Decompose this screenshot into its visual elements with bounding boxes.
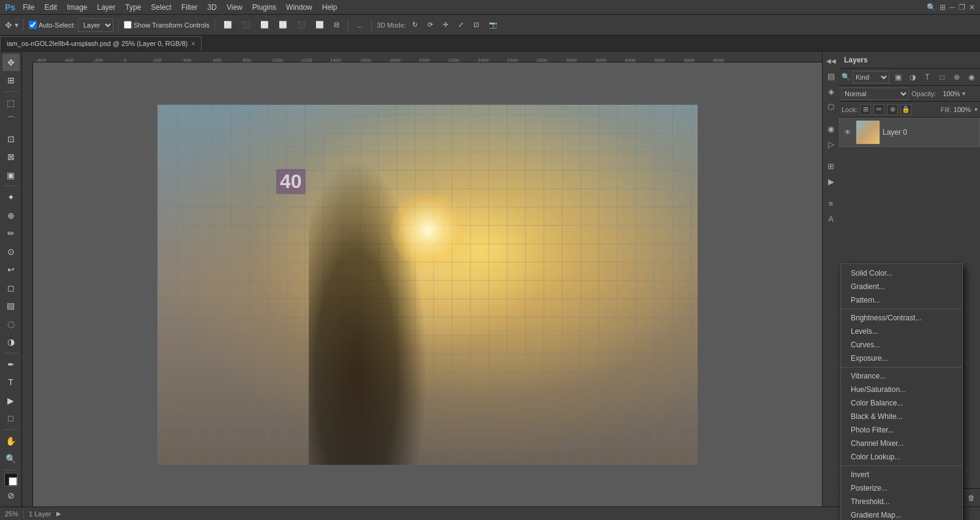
lock-image-btn[interactable]: ✏	[873, 104, 884, 115]
3d-rotate-btn[interactable]: ↻	[409, 20, 421, 30]
document-tab[interactable]: iam_os-nGOL2IeIlb4-unsplash.psd @ 25% (L…	[0, 36, 202, 51]
filter-adj-btn[interactable]: ◑	[907, 71, 919, 83]
3d-scale-btn[interactable]: ⊡	[470, 20, 483, 30]
menu-hue-saturation[interactable]: Hue/Saturation...	[841, 383, 962, 396]
artboard-tool[interactable]: ⊞	[2, 72, 20, 89]
eraser-tool[interactable]: ◻	[2, 279, 20, 296]
layers-panel-btn[interactable]: ▤	[824, 69, 838, 83]
eyedropper-tool[interactable]: ✦	[2, 189, 20, 206]
window-close-icon[interactable]: ✕	[969, 3, 975, 12]
window-minimize-icon[interactable]: ─	[949, 3, 955, 12]
menu-filter[interactable]: Filter	[176, 2, 203, 13]
menu-window[interactable]: Window	[281, 2, 317, 13]
history-panel-btn[interactable]: ⊞	[824, 159, 838, 173]
menu-file[interactable]: File	[18, 2, 39, 13]
brush-tool[interactable]: ✏	[2, 225, 20, 242]
align-bottom-btn[interactable]: ⬜	[312, 20, 328, 30]
filter-smart-btn[interactable]: ⊕	[951, 71, 963, 83]
timeline-btn[interactable]: ▷	[824, 137, 838, 151]
gradient-tool[interactable]: ▤	[2, 297, 20, 314]
zoom-status[interactable]: 25%	[5, 510, 18, 518]
blend-mode-select[interactable]: Normal	[842, 88, 909, 100]
auto-select-checkbox[interactable]	[29, 21, 37, 29]
menu-select[interactable]: Select	[146, 2, 176, 13]
more-options-btn[interactable]: ...	[353, 20, 366, 30]
canvas-area[interactable]: -600 -400 -200 0 200 400 600 800 1000 12…	[22, 51, 822, 507]
menu-photo-filter[interactable]: Photo Filter...	[841, 423, 962, 437]
filter-type-btn[interactable]: T	[921, 71, 933, 83]
menu-brightness-contrast[interactable]: Brightness/Contrast...	[841, 311, 962, 325]
fill-value[interactable]: 100%	[954, 106, 971, 113]
3d-pan-btn[interactable]: ✛	[439, 20, 452, 30]
delete-layer-btn[interactable]: 🗑	[965, 492, 978, 504]
menu-levels[interactable]: Levels...	[841, 325, 962, 338]
3d-camera-btn[interactable]: 📷	[485, 20, 501, 30]
show-transform-checkbox[interactable]	[124, 21, 132, 29]
status-arrow[interactable]: ▶	[56, 510, 61, 517]
tab-close-btn[interactable]: ×	[191, 40, 195, 47]
align-right-btn[interactable]: ⬜	[257, 20, 273, 30]
menu-black-white[interactable]: Black & White...	[841, 410, 962, 423]
menu-curves[interactable]: Curves...	[841, 338, 962, 352]
menu-plugins[interactable]: Plugins	[247, 2, 281, 13]
menu-type[interactable]: Type	[121, 2, 146, 13]
lock-artboard-btn[interactable]: ⊕	[887, 104, 898, 115]
paths-panel-btn[interactable]: ⬡	[824, 100, 838, 113]
layer-select[interactable]: Layer	[78, 18, 113, 32]
menu-invert[interactable]: Invert	[841, 468, 962, 481]
menu-color-balance[interactable]: Color Balance...	[841, 396, 962, 410]
history-brush-tool[interactable]: ↩	[2, 261, 20, 278]
window-restore-icon[interactable]: ❐	[959, 3, 965, 12]
pen-tool[interactable]: ✒	[2, 356, 20, 373]
foreground-color[interactable]	[4, 473, 18, 486]
move-tool-icon[interactable]: ✥	[5, 20, 12, 30]
move-tool[interactable]: ✥	[2, 54, 20, 71]
hand-tool[interactable]: ✋	[2, 432, 20, 450]
filter-shape-btn[interactable]: □	[936, 71, 948, 83]
blur-tool[interactable]: ◌	[2, 315, 20, 333]
menu-3d[interactable]: 3D	[203, 2, 222, 13]
marquee-tool[interactable]: ⬚	[2, 94, 20, 111]
layer-visibility-toggle[interactable]: 👁	[842, 127, 853, 138]
3d-roll-btn[interactable]: ⟳	[424, 20, 437, 30]
align-left-btn[interactable]: ⬜	[220, 20, 236, 30]
character-panel-btn[interactable]: A	[824, 212, 838, 225]
lock-position-btn[interactable]: ⊞	[860, 104, 871, 115]
align-center-h-btn[interactable]: ⬛	[238, 20, 254, 30]
heal-tool[interactable]: ⊕	[2, 207, 20, 224]
menu-gradient[interactable]: Gradient...	[841, 280, 962, 293]
layer-item[interactable]: 👁 Layer 0	[839, 118, 980, 147]
menu-help[interactable]: Help	[317, 2, 342, 13]
stamp-tool[interactable]: ⊙	[2, 243, 20, 260]
collapse-panel-btn[interactable]: ◀◀	[824, 54, 838, 67]
shape-tool[interactable]: □	[2, 410, 20, 427]
filter-toggle-btn[interactable]: ◉	[965, 71, 978, 83]
opacity-value[interactable]: 100%	[938, 90, 960, 97]
workspace-icon[interactable]: ⊞	[940, 3, 946, 12]
toolbar-arrow-icon[interactable]: ▾	[15, 21, 18, 29]
3d-panel-btn[interactable]: ◉	[824, 122, 838, 135]
object-select-tool[interactable]: ⊡	[2, 130, 20, 148]
photo-canvas[interactable]: 40	[157, 105, 698, 465]
frame-tool[interactable]: ▣	[2, 167, 20, 184]
menu-layer[interactable]: Layer	[92, 2, 121, 13]
zoom-tool[interactable]: 🔍	[2, 450, 20, 467]
distribute-btn[interactable]: ⊟	[330, 20, 343, 30]
channels-panel-btn[interactable]: ◈	[824, 85, 838, 98]
search-icon[interactable]: 🔍	[927, 3, 936, 12]
menu-color-lookup[interactable]: Color Lookup...	[841, 450, 962, 464]
menu-edit[interactable]: Edit	[39, 2, 62, 13]
lasso-tool[interactable]: ⌒	[2, 112, 20, 129]
menu-vibrance[interactable]: Vibrance...	[841, 369, 962, 383]
menu-channel-mixer[interactable]: Channel Mixer...	[841, 437, 962, 450]
lock-all-btn[interactable]: 🔒	[900, 104, 911, 115]
menu-gradient-map[interactable]: Gradient Map...	[841, 508, 962, 520]
fill-chevron[interactable]: ▾	[974, 106, 978, 113]
opacity-chevron[interactable]: ▾	[962, 90, 965, 97]
menu-image[interactable]: Image	[62, 2, 92, 13]
ps-logo[interactable]: Ps	[5, 2, 15, 12]
canvas-content[interactable]: 40	[33, 62, 822, 507]
menu-view[interactable]: View	[222, 2, 247, 13]
dodge-tool[interactable]: ◑	[2, 333, 20, 350]
align-top-btn[interactable]: ⬜	[275, 20, 291, 30]
